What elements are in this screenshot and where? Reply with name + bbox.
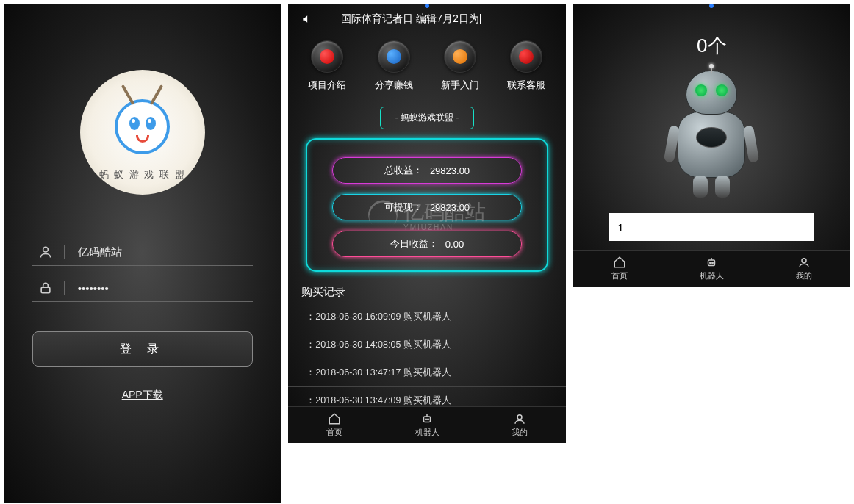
- svg-point-4: [428, 419, 429, 420]
- brand-pill: - 蚂蚁游戏联盟 -: [380, 107, 475, 129]
- robot-image: [660, 66, 763, 198]
- tab-mine[interactable]: 我的: [473, 407, 566, 443]
- quantity-input[interactable]: 1: [609, 213, 814, 241]
- bottom-tabs: 首页 机器人 我的: [573, 250, 850, 287]
- bottom-tabs: 首页 机器人 我的: [288, 406, 565, 443]
- dashboard-screen: 国际体育记者日 编辑7月2日为| 项目介绍 分享赚钱 新手入门 联系客服 - 蚂…: [288, 4, 565, 443]
- ant-mascot-icon: [115, 99, 170, 154]
- login-button[interactable]: 登 录: [32, 331, 253, 367]
- record-icon: [510, 40, 542, 73]
- robot-icon: [705, 256, 718, 269]
- svg-rect-1: [41, 287, 50, 293]
- marquee-text: 国际体育记者日 编辑7月2日为|: [341, 12, 481, 26]
- username-field[interactable]: 亿码酷站: [32, 239, 253, 266]
- lock-icon: [32, 281, 65, 295]
- notch-indicator: [709, 4, 714, 8]
- svg-point-6: [517, 415, 522, 420]
- tab-mine[interactable]: 我的: [758, 251, 850, 287]
- folder-icon: [311, 40, 343, 73]
- stat-total: 总收益： 29823.00: [332, 157, 521, 184]
- robot-count: 0个: [697, 33, 726, 59]
- user-icon: [513, 412, 526, 425]
- stat-today: 今日收益： 0.00: [332, 231, 521, 257]
- app-logo: 蚂 蚁 游 戏 联 盟: [80, 70, 205, 195]
- speaker-icon: [301, 14, 312, 24]
- menu-item-share[interactable]: 分享赚钱: [375, 40, 413, 92]
- notch-indicator: [425, 4, 429, 8]
- share-icon: [378, 40, 410, 73]
- tab-robot[interactable]: 机器人: [665, 251, 758, 287]
- username-value: 亿码酷站: [78, 245, 253, 259]
- record-row: ：2018-06-30 13:47:17 购买机器人: [288, 359, 565, 387]
- robot-icon: [420, 412, 434, 425]
- tab-home[interactable]: 首页: [288, 407, 381, 443]
- stat-withdraw: 可提现： 29823.00: [332, 194, 521, 220]
- tab-robot[interactable]: 机器人: [381, 407, 473, 443]
- buy-screen: 0个 1 购 买 首页 机器人: [573, 4, 850, 287]
- tab-home[interactable]: 首页: [573, 251, 666, 287]
- brand-text: 蚂 蚁 游 戏 联 盟: [99, 168, 186, 181]
- records-title: 购买记录: [288, 285, 565, 303]
- user-icon: [32, 245, 65, 259]
- menu-item-guide[interactable]: 新手入门: [441, 40, 479, 92]
- svg-point-8: [710, 262, 711, 264]
- menu-item-intro[interactable]: 项目介绍: [308, 40, 346, 92]
- login-screen: 蚂 蚁 游 戏 联 盟 亿码酷站 •••••••• 登 录 APP下载: [4, 4, 281, 503]
- password-field[interactable]: ••••••••: [32, 275, 253, 302]
- menu-item-support[interactable]: 联系客服: [507, 40, 545, 92]
- svg-point-11: [802, 259, 806, 263]
- compass-icon: [444, 40, 476, 73]
- svg-point-9: [712, 262, 714, 264]
- home-icon: [328, 412, 341, 425]
- menu-grid: 项目介绍 分享赚钱 新手入门 联系客服: [288, 30, 565, 98]
- stats-panel: 总收益： 29823.00 可提现： 29823.00 今日收益： 0.00: [306, 138, 548, 272]
- password-value: ••••••••: [78, 282, 253, 295]
- app-download-link[interactable]: APP下载: [122, 389, 163, 402]
- record-row: ：2018-06-30 14:08:05 购买机器人: [288, 331, 565, 359]
- user-icon: [797, 256, 811, 269]
- svg-point-3: [426, 419, 427, 420]
- home-icon: [613, 256, 626, 269]
- svg-point-0: [43, 247, 49, 252]
- record-row: ：2018-06-30 16:09:09 购买机器人: [288, 303, 565, 331]
